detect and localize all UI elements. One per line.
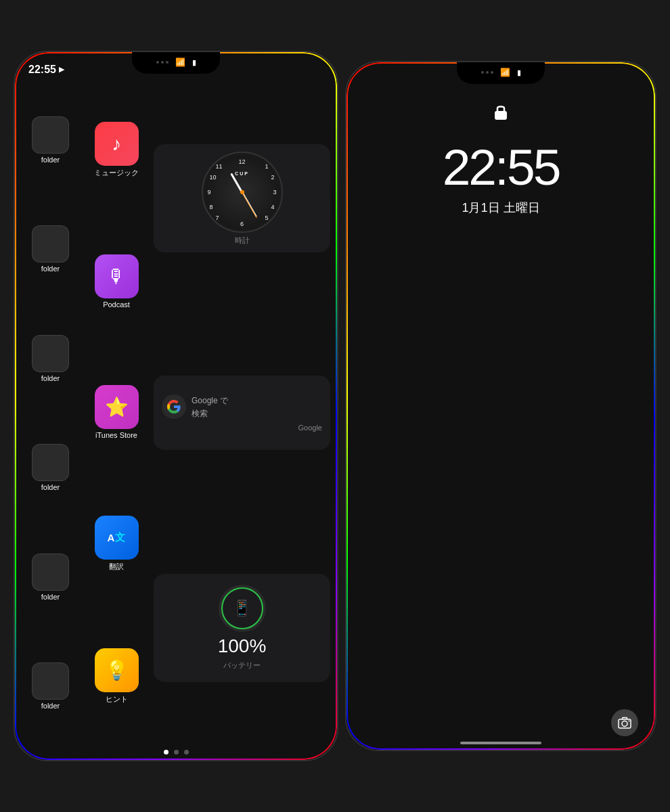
status-time: 22:55 — [28, 64, 56, 76]
home-indicator — [460, 742, 541, 744]
phone-icon: 📱 — [233, 600, 251, 617]
right-notch: 📶 ▮ — [457, 62, 545, 84]
music-note-icon: ♪ — [112, 133, 121, 155]
itunes-app[interactable]: ⭐ iTunes Store — [95, 385, 139, 439]
tips-label: ヒント — [106, 694, 128, 704]
svg-point-19 — [629, 721, 630, 722]
battery-widget[interactable]: 📱 100% バッテリー — [154, 574, 330, 682]
right-battery-icon: ▮ — [517, 68, 521, 77]
lock-icon — [493, 102, 509, 121]
clock-number-5: 5 — [265, 215, 268, 221]
clock-cup-text: CUP — [235, 171, 249, 176]
home-screen-content: folder folder folder — [15, 82, 337, 760]
folder-label: folder — [41, 265, 60, 273]
battery-circle: 📱 — [219, 585, 266, 632]
podcast-mic-icon: 🎙 — [107, 265, 126, 288]
list-item[interactable]: folder — [22, 444, 79, 491]
folder-icon[interactable] — [32, 116, 69, 154]
lock-screen-time: 22:55 — [347, 125, 655, 196]
itunes-icon[interactable]: ⭐ — [95, 385, 139, 429]
clock-second-hand — [242, 191, 257, 218]
clock-number-6: 6 — [240, 221, 244, 227]
folder-label: folder — [41, 483, 60, 491]
clock-number-4: 4 — [271, 204, 274, 210]
translate-inner: A 文 — [108, 531, 126, 544]
list-item[interactable]: folder — [22, 116, 79, 164]
page-dots — [22, 744, 330, 760]
google-logo-row: Google で 検索 — [162, 394, 228, 420]
clock-inner: 12 1 2 3 4 5 6 7 8 9 10 11 CUP — [205, 155, 280, 229]
clock-number-1: 1 — [265, 163, 268, 170]
battery-inner: 📱 — [223, 589, 262, 628]
lightbulb-icon: 💡 — [105, 659, 129, 681]
clock-number-7: 7 — [216, 215, 219, 221]
clock-number-8: 8 — [210, 204, 213, 210]
volume-down-button[interactable] — [14, 242, 15, 282]
google-widget-name: Google — [162, 424, 322, 432]
music-app[interactable]: ♪ ミュージック — [94, 122, 139, 178]
battery-percent: 100% — [218, 635, 267, 657]
right-wifi-icon: 📶 — [500, 68, 510, 77]
clock-number-10: 10 — [210, 174, 217, 181]
clock-face: 12 1 2 3 4 5 6 7 8 9 10 11 CUP — [202, 152, 283, 233]
page-dot-1 — [164, 750, 169, 754]
volume-up-button[interactable] — [14, 191, 15, 231]
clock-number-12: 12 — [238, 158, 245, 165]
svg-point-18 — [622, 721, 627, 727]
svg-rect-16 — [495, 111, 507, 120]
lock-screen-date: 1月1日 土曜日 — [347, 196, 655, 219]
lock-icon-container — [347, 92, 655, 125]
list-item[interactable]: folder — [22, 662, 79, 710]
widgets-column: 12 1 2 3 4 5 6 7 8 9 10 11 CUP — [154, 85, 330, 741]
folders-column: folder folder folder — [22, 85, 79, 741]
apps-grid: folder folder folder — [22, 82, 330, 744]
list-item[interactable]: folder — [22, 225, 79, 273]
folder-icon[interactable] — [32, 444, 69, 481]
translate-icon[interactable]: A 文 — [95, 516, 139, 560]
google-widget[interactable]: Google で 検索 Google — [154, 376, 330, 450]
wifi-status-icon: 📶 — [175, 58, 185, 67]
mute-switch[interactable] — [14, 154, 15, 177]
tips-icon[interactable]: 💡 — [95, 648, 139, 692]
right-iphone: 📶 ▮ 22:55 1月1日 土曜日 — [345, 61, 656, 751]
power-button[interactable] — [337, 174, 338, 221]
translate-label: 翻訳 — [109, 562, 124, 572]
notch: 📶 ▮ — [132, 52, 220, 74]
clock-widget[interactable]: 12 1 2 3 4 5 6 7 8 9 10 11 CUP — [154, 144, 330, 252]
folder-icon[interactable] — [32, 554, 69, 591]
folder-icon[interactable] — [32, 225, 69, 263]
clock-number-2: 2 — [271, 174, 274, 181]
lock-screen: 22:55 1月1日 土曜日 — [347, 62, 655, 750]
folder-icon[interactable] — [32, 335, 69, 372]
camera-icon — [618, 717, 631, 729]
folder-label: folder — [41, 374, 60, 382]
power-button-right[interactable] — [655, 184, 656, 231]
podcast-app[interactable]: 🎙 Podcast — [95, 254, 139, 309]
podcast-label: Podcast — [103, 300, 130, 309]
music-icon[interactable]: ♪ — [95, 122, 139, 166]
list-item[interactable]: folder — [22, 554, 79, 601]
folder-icon[interactable] — [32, 662, 69, 700]
battery-label: バッテリー — [223, 660, 261, 671]
google-search-label: Google で 検索 — [192, 396, 228, 418]
folder-label: folder — [41, 702, 60, 710]
clock-number-9: 9 — [208, 189, 211, 196]
google-search-text: Google で 検索 — [192, 394, 228, 420]
clock-number-3: 3 — [273, 189, 276, 196]
clock-widget-label: 時計 — [235, 235, 250, 246]
translate-app[interactable]: A 文 翻訳 — [95, 516, 139, 572]
folder-label: folder — [41, 156, 60, 164]
apps-column: ♪ ミュージック 🎙 Podcast ⭐ iTunes Store — [83, 85, 150, 741]
itunes-label: iTunes Store — [95, 431, 137, 439]
clock-center-dot — [240, 190, 244, 194]
podcast-icon[interactable]: 🎙 — [95, 254, 139, 298]
list-item[interactable]: folder — [22, 335, 79, 382]
clock-number-11: 11 — [216, 163, 223, 170]
tips-app[interactable]: 💡 ヒント — [95, 648, 139, 704]
location-icon: ▶ — [59, 65, 64, 74]
page-dot-3 — [184, 750, 189, 754]
camera-button[interactable] — [611, 709, 638, 736]
left-iphone: 📶 ▮ 22:55 ▶ folder — [14, 51, 338, 761]
folder-label: folder — [41, 593, 60, 601]
star-icon: ⭐ — [105, 396, 129, 418]
